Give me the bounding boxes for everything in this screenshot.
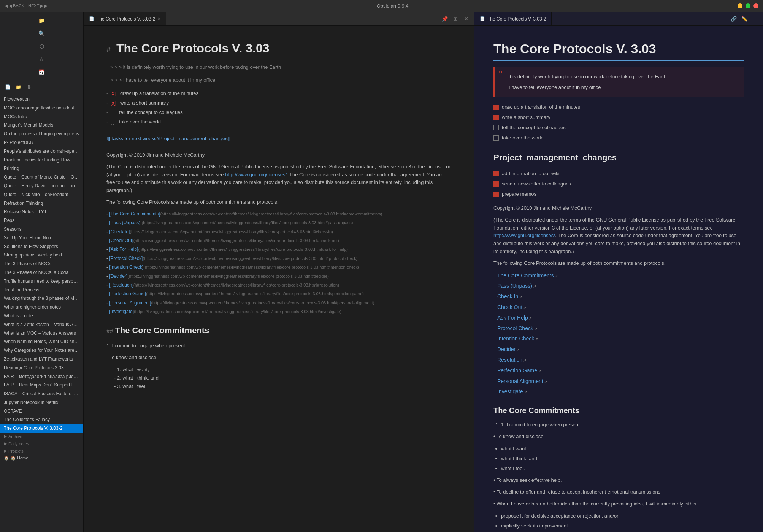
protocol-link[interactable]: [The Core Commitments] [109, 211, 160, 217]
editor-tab-active[interactable]: 📄 The Core Protocols V. 3.03-2 ✕ [84, 12, 166, 25]
sidebar-calendar-icon[interactable]: 📅 [36, 66, 48, 78]
protocol-link-perfection-game[interactable]: [Perfection Game] [109, 291, 146, 296]
sidebar-item[interactable]: Refraction Thinking [0, 199, 83, 208]
preview-link-investigate[interactable]: Investigate [497, 388, 527, 394]
preview-link-intention-check[interactable]: Intention Check [497, 336, 538, 342]
sidebar-item[interactable]: Priming [0, 164, 83, 173]
sidebar-item-categories[interactable]: Why Categories for Your Notes are a Good… [0, 346, 83, 355]
sidebar-item[interactable]: Quote – Nick Milo – onFreedom [0, 190, 83, 199]
sidebar-item[interactable]: Truffle hunters need to keep perspective… [0, 277, 83, 286]
protocol-link[interactable]: [Pass (Unpass)] [109, 220, 141, 225]
preview-link-decider[interactable]: Decider [497, 346, 519, 352]
back-button[interactable]: ◀ ◀ BACK [5, 3, 24, 8]
sidebar-item[interactable]: What are higher-order notes [0, 303, 83, 312]
preview-link-personal-alignment[interactable]: Personal Alignment [497, 378, 547, 384]
license-link[interactable]: http://www.gnu.org/licenses/ [225, 172, 287, 177]
sidebar-item[interactable]: ISACA – Critical Success Factors for Con… [0, 390, 83, 398]
preview-link-ask-for-help[interactable]: Ask For Help [497, 315, 532, 321]
protocol-link[interactable]: [Ask For Help] [109, 247, 138, 252]
sidebar-item-what-note[interactable]: What is a note [0, 312, 83, 320]
forward-button[interactable]: NEXT ▶ ▶ [28, 3, 48, 8]
preview-license-link[interactable]: http://www.gnu.org/licenses/ [493, 233, 555, 238]
protocol-link[interactable]: [Decider] [109, 274, 127, 279]
preview-link-check-in[interactable]: Check In [497, 293, 522, 299]
sidebar-item[interactable]: The Collector's Fallacy [0, 415, 83, 424]
preview-link-button[interactable]: 🔗 [730, 15, 738, 23]
protocol-link[interactable]: [Intention Check] [109, 264, 143, 270]
sidebar-item[interactable]: Quote – Count of Monte Cristo – OnConstr… [0, 173, 83, 182]
sidebar-item-active[interactable]: The Core Protocols V. 3.03-2 [0, 424, 83, 433]
pin-button[interactable]: 📌 [441, 15, 449, 23]
protocol-link[interactable]: [Check Out] [109, 238, 133, 243]
preview-link-core-commitments[interactable]: The Core Commitments [497, 272, 558, 279]
sidebar-item-forging[interactable]: On the process of forging evergreens [0, 130, 83, 138]
checkbox-checked[interactable] [493, 181, 499, 187]
sidebar-daily-section[interactable]: ▶ Daily notes [0, 440, 83, 447]
sidebar-item[interactable]: When Naming Notes, What UID should I use [0, 337, 83, 346]
checkbox-checked[interactable] [493, 192, 499, 197]
preview-link-perfection-game[interactable]: Perfection Game [497, 367, 541, 374]
sidebar-item[interactable]: MOCs encourage flexible non-destructive … [0, 104, 83, 112]
sidebar-home-section[interactable]: 🏠 🏠 Home [0, 454, 83, 462]
checkbox-checked[interactable] [493, 115, 499, 120]
sidebar-search-icon[interactable]: 🔍 [36, 27, 48, 40]
sidebar-item[interactable]: Trust the Process [0, 286, 83, 294]
preview-link-protocol-check[interactable]: Protocol Check [497, 325, 537, 331]
maximize-button[interactable] [746, 3, 750, 8]
sidebar-item[interactable]: FAIR – Heat Maps Don't Support ISO 31000 [0, 381, 83, 390]
checkbox-checked[interactable] [493, 104, 499, 110]
sort-button[interactable]: ⇅ [24, 82, 33, 92]
sidebar-item[interactable]: Set Up Your Home Note [0, 234, 83, 242]
sidebar-item[interactable]: The 3 Phases of MOCs [0, 260, 83, 268]
sidebar-item[interactable]: Quote – Henry David Thoreau – onValue [0, 182, 83, 190]
protocol-link[interactable]: [Investigate] [109, 309, 134, 314]
close-editor-button[interactable]: ✕ [462, 15, 470, 23]
sidebar-item[interactable]: Walking through the 3 phases of MOCs [0, 294, 83, 303]
protocol-link[interactable]: [Resolution] [109, 282, 133, 288]
sidebar-projects-section[interactable]: ▶ Projects [0, 447, 83, 454]
sidebar-item[interactable]: The 3 Phases of MOCs, a Coda [0, 268, 83, 277]
sidebar-item[interactable]: FAIR – методология анализа рисков [0, 372, 83, 381]
preview-edit-button[interactable]: ✏️ [740, 15, 749, 23]
sidebar-item[interactable]: Seasons [0, 225, 83, 234]
checkbox-unchecked[interactable] [493, 135, 499, 141]
sidebar-item[interactable]: Zettelkasten and LYT Frameworks [0, 355, 83, 364]
sidebar-item[interactable]: People's attributes are domain-specific [0, 147, 83, 156]
checkbox-unchecked[interactable] [493, 125, 499, 130]
sidebar-files-icon[interactable]: 📁 [36, 14, 48, 27]
protocol-link[interactable]: [Personal Alignment] [109, 300, 151, 306]
protocol-link-protocol-check[interactable]: [Protocol Check] [109, 256, 143, 261]
sidebar-item[interactable]: Flowcreation [0, 95, 83, 104]
sidebar-item[interactable]: Solutions to Flow Stoppers [0, 242, 83, 251]
close-button[interactable] [753, 3, 758, 8]
sidebar-item-release[interactable]: Release Notes – LYT [0, 207, 83, 216]
new-folder-button[interactable]: 📁 [14, 82, 23, 92]
tab-close-button[interactable]: ✕ [157, 17, 160, 21]
sidebar-item[interactable]: MOCs Intro [0, 112, 83, 121]
sidebar-item[interactable]: OCTAVE [0, 407, 83, 416]
sidebar-item[interactable]: Jupyter Notebook in Netflix [0, 398, 83, 407]
sidebar-item[interactable]: P- ProjectDKR [0, 138, 83, 147]
more-options-button[interactable]: ⋯ [430, 15, 438, 23]
sidebar-item[interactable]: Reps [0, 216, 83, 225]
checkbox-checked[interactable] [493, 171, 499, 176]
preview-link-resolution[interactable]: Resolution [497, 357, 526, 363]
sidebar-item-flow[interactable]: Practical Tactics for Finding Flow [0, 156, 83, 165]
sidebar-graph-icon[interactable]: ⬡ [36, 40, 48, 52]
preview-link-pass-unpass[interactable]: Pass (Unpass) [497, 283, 536, 289]
maximize-editor-button[interactable]: ⊞ [451, 15, 460, 23]
sidebar-item[interactable]: Перевод Core Protocols 3.03 [0, 364, 83, 372]
new-note-button[interactable]: 📄 [3, 82, 12, 92]
protocol-link[interactable]: [Check In] [109, 229, 130, 234]
sidebar-archive-section[interactable]: ▶ Archive [0, 433, 83, 440]
minimize-button[interactable] [738, 3, 742, 8]
sidebar-item[interactable]: Strong opinions, weakly held [0, 251, 83, 260]
editor-wikilink[interactable]: I[[Tasks for next weeks#Project_manageme… [106, 131, 451, 147]
sidebar-star-icon[interactable]: ☆ [36, 53, 48, 65]
sidebar-item[interactable]: What is a Zettelkasten – Various Answers [0, 320, 83, 329]
sidebar-item-hoc[interactable]: What is an MOC – Various Answers [0, 329, 83, 338]
preview-tab-active[interactable]: 📄 The Core Protocols V. 3.03-2 [474, 12, 552, 25]
preview-link-check-out[interactable]: Check Out [497, 304, 526, 310]
preview-more-button[interactable]: ⋯ [751, 15, 759, 23]
sidebar-item[interactable]: Munger's Mental Models [0, 121, 83, 130]
